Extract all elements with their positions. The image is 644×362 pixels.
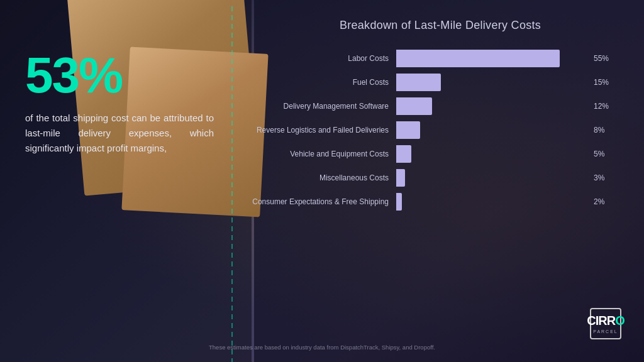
bar-percentage: 55%	[594, 54, 616, 63]
bar-row: Reverse Logistics and Failed Deliveries8…	[252, 121, 616, 139]
divider-dot	[231, 129, 233, 134]
divider-dot	[231, 112, 233, 117]
divider-dot	[231, 33, 233, 38]
bar-row: Consumer Expectations & Free Shipping2%	[252, 193, 616, 211]
divider-dot	[231, 226, 233, 231]
bar-row: Fuel Costs15%	[252, 74, 616, 91]
bar-track	[396, 97, 589, 115]
divider-dot	[231, 24, 233, 29]
divider-dot	[231, 15, 233, 20]
bar-percentage: 12%	[594, 102, 616, 111]
divider-dot	[231, 85, 233, 90]
logo-inner: CIRRO PARCEL	[587, 314, 624, 334]
bar-track	[396, 193, 589, 211]
divider-dot	[231, 182, 233, 187]
bar-label: Delivery Management Software	[252, 102, 396, 111]
bar-track	[396, 50, 589, 67]
divider-dot	[231, 270, 233, 275]
bar-row: Miscellaneous Costs3%	[252, 169, 616, 187]
bar-percentage: 5%	[594, 150, 616, 158]
bar-fill	[396, 97, 432, 115]
bar-label: Labor Costs	[252, 54, 396, 63]
divider-dot	[231, 68, 233, 73]
bar-percentage: 8%	[594, 126, 616, 134]
footnote: These estimates are based on industry da…	[209, 344, 435, 351]
bar-row: Vehicle and Equipment Costs5%	[252, 145, 616, 163]
divider-dot	[231, 297, 233, 302]
logo-text: CIRRO	[587, 314, 624, 328]
divider-dot	[231, 6, 233, 11]
main-percentage: 53%	[25, 50, 214, 101]
divider-dot	[231, 244, 233, 249]
divider-dot	[231, 288, 233, 293]
logo-cirr: CIRR	[587, 314, 615, 327]
chart-title: Breakdown of Last-Mile Delivery Costs	[252, 19, 629, 32]
divider-dot	[231, 138, 233, 143]
divider-dot	[231, 235, 233, 240]
divider-dot	[231, 121, 233, 126]
divider-dot	[231, 200, 233, 205]
divider-dot	[231, 279, 233, 284]
bar-label: Miscellaneous Costs	[252, 173, 396, 182]
bar-percentage: 15%	[594, 78, 616, 87]
bar-fill	[396, 145, 411, 163]
bar-percentage: 2%	[594, 197, 616, 206]
divider-dot	[231, 191, 233, 196]
bar-track	[396, 74, 589, 91]
divider	[231, 0, 233, 362]
divider-dot	[231, 41, 233, 47]
divider-dot	[231, 50, 233, 55]
bar-fill	[396, 121, 420, 139]
logo-box: CIRRO PARCEL	[590, 308, 621, 339]
left-panel: 53% of the total shipping cost can be at…	[25, 50, 214, 156]
bar-label: Consumer Expectations & Free Shipping	[252, 197, 396, 206]
bar-label: Reverse Logistics and Failed Deliveries	[252, 126, 396, 134]
divider-dot	[231, 94, 233, 99]
bar-track	[396, 121, 589, 139]
divider-dot	[231, 358, 233, 362]
bar-fill	[396, 74, 441, 91]
divider-dot	[231, 173, 233, 178]
bar-fill	[396, 193, 402, 211]
bar-fill	[396, 50, 560, 67]
logo-o: O	[615, 314, 625, 327]
divider-dot	[231, 156, 233, 161]
divider-dot	[231, 147, 233, 152]
bar-percentage: 3%	[594, 173, 616, 182]
chart-panel: Breakdown of Last-Mile Delivery Costs La…	[252, 19, 629, 217]
bar-row: Delivery Management Software12%	[252, 97, 616, 115]
bar-row: Labor Costs55%	[252, 50, 616, 67]
description-text: of the total shipping cost can be attrib…	[25, 111, 214, 156]
divider-dot	[231, 77, 233, 82]
bar-fill	[396, 169, 405, 187]
bar-label: Vehicle and Equipment Costs	[252, 150, 396, 158]
divider-dot	[231, 59, 233, 64]
logo-parcel: PARCEL	[587, 329, 624, 334]
chart-container: Labor Costs55%Fuel Costs15%Delivery Mana…	[252, 50, 629, 211]
bar-track	[396, 145, 589, 163]
bar-track	[396, 169, 589, 187]
divider-dot	[231, 305, 233, 310]
divider-dot	[231, 217, 233, 222]
bar-label: Fuel Costs	[252, 78, 396, 87]
divider-dot	[231, 314, 233, 319]
divider-dot	[231, 253, 233, 258]
divider-dot	[231, 165, 233, 170]
divider-dot	[231, 323, 233, 328]
divider-dot	[231, 209, 233, 214]
logo: CIRRO PARCEL	[590, 308, 621, 339]
divider-dot	[231, 261, 233, 266]
divider-dot	[231, 103, 233, 108]
divider-dot	[231, 332, 233, 337]
